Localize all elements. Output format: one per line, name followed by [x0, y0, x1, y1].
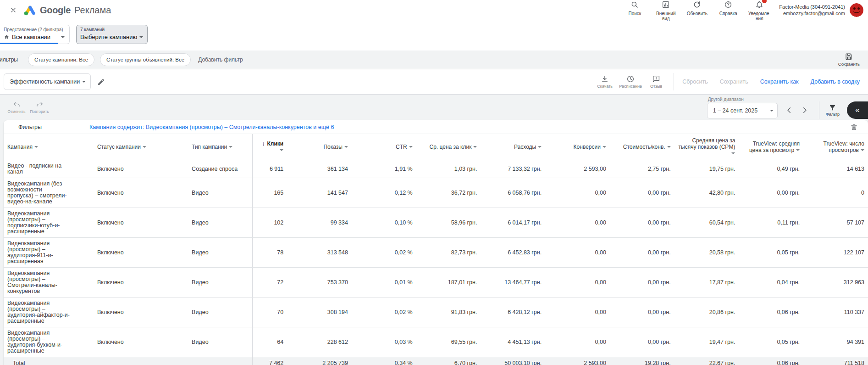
report-title-dropdown[interactable]: Эффективность кампании	[4, 73, 91, 90]
cell-campaign[interactable]: Видеокампания (просмотры) – аудитория-91…	[4, 238, 94, 268]
cell-campaign[interactable]: Видео - подписки на канал	[4, 160, 94, 178]
topbar-action-label: Поиск	[628, 11, 641, 16]
column-header-trueview-cpv[interactable]: TrueView: средняя цена за просмотр	[739, 134, 803, 160]
sort-caret-icon	[473, 146, 477, 148]
column-label: Тип кампании	[192, 144, 227, 150]
column-header-campaign[interactable]: Кампания	[4, 134, 94, 160]
cell-campaign[interactable]: Видеокампания (просмотры) – аудитория-ай…	[4, 298, 94, 327]
undo-button[interactable]: Отменить	[6, 101, 27, 114]
collapse-icon: «	[855, 106, 859, 115]
cell-trueview-views: 0	[803, 178, 868, 208]
column-header-cost[interactable]: Расходы	[481, 134, 545, 160]
account-name: Factor-Media (304-091-2041)	[779, 4, 845, 10]
topbar-action-notifications[interactable]: Уведомле-ния	[746, 0, 773, 21]
campaign-selector[interactable]: 7 кампаний Выберите кампанию	[76, 25, 148, 44]
home-icon	[4, 34, 10, 40]
column-label: Расходы	[514, 144, 536, 150]
collapse-panel-button[interactable]: «	[847, 101, 868, 119]
link-сохранить-как[interactable]: Сохранить как	[760, 79, 799, 85]
cell-avg-cpc: 6,70 грн.	[416, 357, 481, 365]
chevron-right-icon	[801, 106, 809, 114]
table-row: Видеокампания (просмотры) – аудитория-ай…	[4, 298, 868, 327]
next-date-button[interactable]	[797, 102, 813, 118]
feedback-button[interactable]: Отзыв	[643, 75, 669, 89]
column-header-conversions[interactable]: Конверсии	[545, 134, 610, 160]
topbar-action-appearance[interactable]: Внешний вид	[652, 0, 679, 21]
save-view-button[interactable]: Сохранить	[838, 53, 860, 67]
account-info[interactable]: Factor-Media (304-091-2041) embozzy.fact…	[779, 4, 845, 17]
chevron-down-icon	[61, 36, 65, 38]
cell-avg-cpc: 58,96 грн.	[416, 208, 481, 238]
topbar-action-help[interactable]: Справка	[715, 0, 741, 16]
topbar-action-refresh[interactable]: Обновить	[684, 0, 710, 16]
topbar-action-search[interactable]: Поиск	[621, 0, 648, 16]
cell-trueview-cpv: 0,05 грн.	[739, 327, 803, 357]
schedule-button[interactable]: Расписание	[618, 75, 643, 89]
cell-impressions: 313 548	[287, 238, 352, 268]
filter-chip[interactable]: Статус группы объявлений: Все	[100, 53, 191, 66]
cell-cost-per-conv: 0,00 грн.	[610, 178, 674, 208]
cell-campaign[interactable]: Видеокампания (просмотры) – аудитория-бу…	[4, 327, 94, 357]
cell-campaign[interactable]: Видеокампания (просмотры) – Смотрели-кан…	[4, 268, 94, 298]
redo-icon	[36, 101, 44, 109]
cell-avg-cpm: 42,80 грн.	[674, 178, 739, 208]
link-добавить-в-сводку[interactable]: Добавить в сводку	[811, 79, 860, 85]
undo-icon	[13, 101, 21, 109]
cell-campaign-type	[188, 357, 253, 365]
download-button[interactable]: Скачать	[592, 75, 618, 89]
schedule-icon	[626, 75, 635, 83]
cell-conversions: 0,00	[545, 208, 610, 238]
brand-product: Реклама	[74, 5, 111, 16]
brand[interactable]: Google Реклама	[24, 5, 111, 16]
column-header-avg-cpm[interactable]: Средняя цена за тысячу показов (CPM)	[674, 134, 739, 160]
sort-caret-icon	[796, 149, 800, 151]
avatar[interactable]	[850, 3, 863, 17]
undo-label: Отменить	[8, 109, 26, 114]
cell-campaign-status: Включено	[94, 327, 188, 357]
column-header-campaign-status[interactable]: Статус кампании	[94, 134, 188, 160]
add-filter-button[interactable]: Добавить фильтр	[198, 56, 243, 63]
cell-campaign[interactable]: Видеокампания (без возможности пропуска)…	[4, 178, 94, 208]
date-range-dropdown[interactable]: 1 – 24 сент. 2025	[707, 103, 778, 118]
filters-row-label: Фильтры	[18, 124, 89, 130]
account-email: embozzy.factor@gmail.com	[779, 10, 845, 17]
cell-cost-per-conv: 0,00 грн.	[610, 327, 674, 357]
column-header-trueview-views[interactable]: TrueView: число просмотров	[803, 134, 868, 160]
cell-conversions: 0,00	[545, 298, 610, 327]
redo-button[interactable]: Повторить	[29, 101, 50, 114]
cell-trueview-cpv: 0,04 грн.	[739, 268, 803, 298]
chevron-down-icon	[139, 36, 143, 38]
topbar-action-label: Уведомле-ния	[746, 11, 772, 21]
view-selector[interactable]: Представление (2 фильтра) Все кампании	[0, 25, 70, 44]
cell-cost: 6 058,76 грн.	[481, 178, 545, 208]
column-header-campaign-type[interactable]: Тип кампании	[188, 134, 253, 160]
delete-filter-button[interactable]	[848, 121, 860, 133]
cell-cost: 4 451,13 грн.	[481, 327, 545, 357]
close-button[interactable]	[6, 2, 21, 18]
cell-avg-cpc: 187,01 грн.	[416, 268, 481, 298]
prev-date-button[interactable]	[781, 102, 797, 118]
report-title: Эффективность кампании	[10, 79, 80, 85]
cell-trueview-views: 122 107	[803, 238, 868, 268]
cell-clicks: 64	[253, 327, 287, 357]
cell-impressions: 308 194	[287, 298, 352, 327]
cell-campaign-status: Включено	[94, 268, 188, 298]
column-header-cost-per-conv[interactable]: Стоимость/конв.	[610, 134, 674, 160]
column-header-impressions[interactable]: Показы	[287, 134, 352, 160]
filter-toggle-button[interactable]: Фильтр	[826, 104, 840, 117]
filter-chip[interactable]: Статус кампании: Все	[28, 53, 94, 66]
cell-trueview-views: 711 518	[803, 357, 868, 365]
cell-campaign-status	[94, 357, 188, 365]
edit-report-name-button[interactable]	[97, 78, 105, 86]
column-label: TrueView: средняя цена за просмотр	[749, 140, 800, 153]
column-header-clicks[interactable]: ↓ Клики	[253, 134, 287, 160]
cell-ctr: 0,01 %	[352, 268, 416, 298]
column-header-ctr[interactable]: CTR	[352, 134, 416, 160]
column-header-avg-cpc[interactable]: Ср. цена за клик	[416, 134, 481, 160]
save-icon	[845, 53, 853, 61]
campaign-filter-link[interactable]: Кампания содержит: Видеокампания (просмо…	[89, 124, 334, 130]
cell-campaign[interactable]: Видеокампания (просмотры) – подписчики-ю…	[4, 208, 94, 238]
sort-caret-icon	[344, 146, 348, 148]
cell-conversions: 0,00	[545, 268, 610, 298]
cell-campaign-type: Видео	[188, 178, 253, 208]
